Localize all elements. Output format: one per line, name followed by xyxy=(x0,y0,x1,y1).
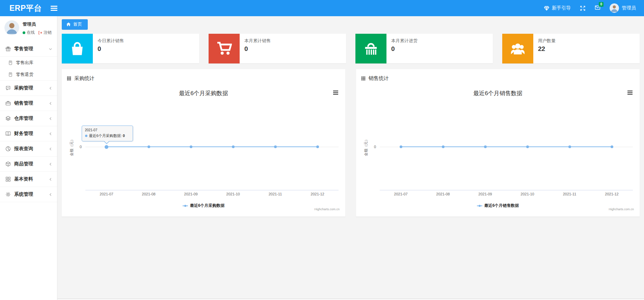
sidebar-item-book-open[interactable]: 财务管理 xyxy=(0,126,57,141)
sales-stats-panel: 销售统计 最近6个月销售数据金额（元）02021-072021-082021-0… xyxy=(356,69,640,217)
charts-row: 采购统计 最近6个月采购数据金额（元）02021-072021-082021-0… xyxy=(62,69,640,217)
gear-icon xyxy=(5,192,11,197)
data-point-marker[interactable] xyxy=(611,145,613,148)
panel-title: 采购统计 xyxy=(74,75,95,82)
sidebar-item-gift[interactable]: 零售管理 xyxy=(0,42,57,57)
data-point-marker[interactable] xyxy=(232,145,235,148)
y-axis-tick-label: 0 xyxy=(370,145,376,149)
stat-card-label: 本月累计进货 xyxy=(391,38,418,44)
chart-tooltip: 2021-07最近6个月采购数据: 0 xyxy=(82,126,133,141)
sidebar-submenu: 零售出库零售退货 xyxy=(0,57,57,81)
logout-icon xyxy=(38,31,42,35)
x-axis-label: 2021-07 xyxy=(92,192,121,196)
data-point-marker[interactable] xyxy=(568,145,571,148)
journal-icon xyxy=(8,60,13,65)
chevron-left-icon xyxy=(49,193,52,196)
stat-card-icon-box xyxy=(62,34,93,63)
chevron-down-icon xyxy=(49,47,52,51)
content-footer xyxy=(57,299,644,300)
sidebar-item-label: 仓库管理 xyxy=(14,115,45,121)
tooltip-header: 2021-07 xyxy=(85,128,130,132)
panel-header-sales: 销售统计 xyxy=(361,74,635,83)
chart-legend: 最近6个月销售数据 xyxy=(361,203,635,209)
legend-marker xyxy=(477,204,482,207)
users-icon xyxy=(510,41,526,56)
x-axis-label: 2021-07 xyxy=(387,192,415,196)
sidebar-item-pie-chart[interactable]: 报表查询 xyxy=(0,141,57,157)
chevron-left-icon xyxy=(49,178,52,181)
sidebar-item-label: 零售管理 xyxy=(14,46,45,52)
data-point-marker[interactable] xyxy=(105,145,108,149)
stat-cards-row: 今日累计销售0本月累计销售0本月累计进货0用户数量22 xyxy=(62,34,640,63)
layers-icon xyxy=(5,116,11,121)
sidebar-item-chat-square[interactable]: 采购管理 xyxy=(0,81,57,96)
x-axis-label: 2021-12 xyxy=(598,192,626,196)
data-point-marker[interactable] xyxy=(147,145,150,148)
stat-card-icon-box xyxy=(209,34,240,63)
sidebar-subitem-label: 零售出库 xyxy=(16,60,33,66)
sidebar-toggle-button[interactable] xyxy=(51,5,59,11)
sidebar-subitem[interactable]: 零售出库 xyxy=(0,57,57,69)
briefcase-icon xyxy=(5,101,11,106)
sidebar-item-label: 系统管理 xyxy=(14,191,45,197)
breadcrumb-home-label: 首页 xyxy=(73,21,82,27)
th-grid-icon xyxy=(361,76,366,81)
gift-icon xyxy=(5,46,11,52)
stat-card-label: 本月累计销售 xyxy=(244,38,271,44)
data-point-marker[interactable] xyxy=(484,145,487,148)
book-open-icon xyxy=(5,131,11,136)
stat-card-users: 用户数量22 xyxy=(502,34,640,63)
chart-context-menu-button[interactable] xyxy=(331,89,340,96)
sidebar-item-gear[interactable]: 系统管理 xyxy=(0,187,57,202)
guide-link[interactable]: 新手引导 xyxy=(544,5,571,11)
sidebar-item-briefcase[interactable]: 销售管理 xyxy=(0,96,57,111)
chart-context-menu-button[interactable] xyxy=(626,89,634,96)
x-axis-label: 2021-08 xyxy=(135,192,163,196)
breadcrumb-home-tab[interactable]: 首页 xyxy=(62,19,88,30)
brand-logo[interactable]: ERP平台 xyxy=(0,3,51,13)
pie-chart-icon xyxy=(5,146,11,152)
data-point-marker[interactable] xyxy=(400,145,402,148)
sidebar-item-grid[interactable]: 基本资料 xyxy=(0,172,57,187)
sidebar-item-label: 财务管理 xyxy=(14,131,45,137)
fullscreen-button[interactable] xyxy=(580,5,586,11)
y-axis-tick-label: 0 xyxy=(76,145,82,149)
data-point-marker[interactable] xyxy=(526,145,529,148)
sidebar: 管理员 在线 注销 零售管理零售出库零售退货采购管理销售管理仓库管理财务管理报表… xyxy=(0,16,57,300)
data-point-marker[interactable] xyxy=(316,145,319,148)
erp-app: ERP平台 新手引导 0 管理员 xyxy=(0,0,644,300)
y-axis-title: 金额（元） xyxy=(364,138,369,156)
sidebar-item-label: 商品管理 xyxy=(14,161,45,167)
sidebar-item-layers[interactable]: 仓库管理 xyxy=(0,111,57,126)
tooltip-text: 最近6个月采购数据: 0 xyxy=(89,133,125,138)
panel-title: 销售统计 xyxy=(369,75,389,82)
logout-link[interactable]: 注销 xyxy=(44,30,52,35)
chevron-left-icon xyxy=(49,117,52,120)
sidebar-subitem[interactable]: 零售退货 xyxy=(0,69,57,80)
legend-item[interactable]: 最近6个月销售数据 xyxy=(477,203,519,209)
mail-button[interactable]: 0 xyxy=(595,5,600,11)
data-point-marker[interactable] xyxy=(442,145,445,148)
x-axis-label: 2021-09 xyxy=(177,192,205,196)
highcharts-credit[interactable]: Highcharts.com.cn xyxy=(609,208,634,211)
legend-item[interactable]: 最近6个月采购数据 xyxy=(183,203,225,209)
chat-square-icon xyxy=(5,85,11,91)
main-content: 首页 今日累计销售0本月累计销售0本月累计进货0用户数量22 采购统计 最近6个… xyxy=(57,16,644,300)
data-point-marker[interactable] xyxy=(274,145,277,148)
x-axis-label: 2021-10 xyxy=(513,192,542,196)
chart-title: 最近6个月销售数据 xyxy=(361,89,635,97)
stat-card-icon-box xyxy=(502,34,533,63)
chevron-left-icon xyxy=(49,102,52,105)
x-axis-label: 2021-09 xyxy=(471,192,500,196)
navbar-user[interactable]: 管理员 xyxy=(610,3,636,13)
stat-card-value: 0 xyxy=(244,45,271,53)
fullscreen-icon xyxy=(580,5,586,11)
journal-icon xyxy=(8,72,13,77)
sidebar-item-box[interactable]: 商品管理 xyxy=(0,157,57,172)
x-axis-line xyxy=(85,190,339,190)
data-point-marker[interactable] xyxy=(190,145,192,148)
stat-card-basket: 本月累计进货0 xyxy=(355,34,493,63)
purchase-chart: 最近6个月采购数据金额（元）02021-072021-082021-092021… xyxy=(67,84,340,213)
highcharts-credit[interactable]: Highcharts.com.cn xyxy=(314,208,340,211)
stat-card-label: 今日累计销售 xyxy=(98,38,124,44)
